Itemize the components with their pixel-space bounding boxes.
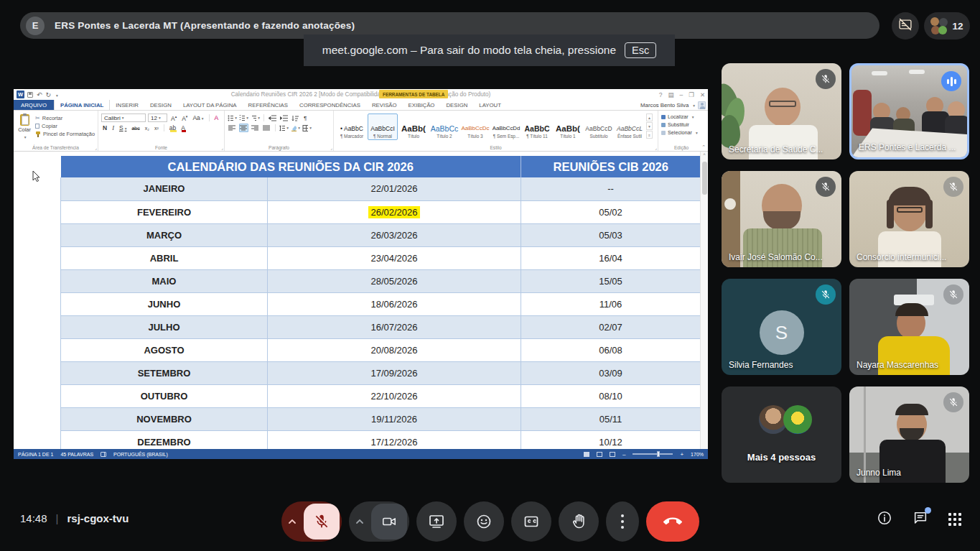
document-page[interactable]: CALENDÁRIO DAS REUNIÕES DA CIR 2026 REUN… [14, 152, 708, 449]
zoom-out-button[interactable]: – [622, 451, 625, 458]
bullet-list-button[interactable] [228, 114, 237, 122]
align-center-button[interactable] [239, 124, 248, 132]
participant-tile[interactable]: Junno Lima [849, 386, 969, 483]
highlight-color-button[interactable]: ab [168, 124, 177, 131]
minimize-button[interactable]: – [680, 91, 683, 98]
read-mode-button[interactable] [584, 452, 589, 457]
web-layout-button[interactable] [610, 452, 615, 457]
styles-scroll-down[interactable]: ▼ [646, 122, 653, 130]
styles-dialog-launcher[interactable]: ⌟ [655, 146, 657, 150]
numbered-list-button[interactable] [239, 114, 248, 122]
meeting-details-button[interactable] [877, 510, 892, 529]
replace-button[interactable]: Substituir [661, 121, 701, 129]
style-sem-espacamento[interactable]: AaBbCcDd¶ Sem Esp... [491, 114, 521, 140]
account-menu[interactable]: Marcos Bento Silva [640, 100, 708, 110]
italic-button[interactable]: I [111, 124, 116, 131]
tab-table-design[interactable]: DESIGN [440, 100, 473, 110]
style-titulo-11[interactable]: AaBbC¶ Título 11 [522, 114, 552, 140]
participant-tile[interactable]: Consórcio intermunici... [849, 171, 969, 267]
bold-button[interactable]: N [101, 124, 108, 131]
tab-inserir[interactable]: INSERIR [110, 100, 144, 110]
font-size-select[interactable]: 12 [148, 114, 167, 122]
increase-indent-button[interactable] [279, 114, 289, 122]
tab-correspondencias[interactable]: CORRESPONDÊNCIAS [294, 100, 366, 110]
tab-revisao[interactable]: REVISÃO [366, 100, 403, 110]
participant-tile[interactable]: Nayara Mascarenhas [849, 279, 969, 375]
shrink-font-button[interactable]: A▾ [180, 114, 189, 122]
style-enfase-sutil[interactable]: AaBbCcLÊnfase Sutil [615, 114, 645, 140]
align-left-button[interactable] [228, 124, 237, 132]
mic-off-button[interactable] [304, 504, 340, 540]
subscript-button[interactable]: x₂ [144, 126, 151, 131]
style-normal[interactable]: AaBbCcI¶ Normal [368, 114, 398, 140]
camera-options-chevron[interactable] [349, 519, 371, 524]
styles-more-button[interactable]: ≡ [646, 131, 653, 139]
tab-pagina-inicial[interactable]: PÁGINA INICIAL [54, 100, 110, 110]
underline-button[interactable]: S [118, 124, 128, 131]
chat-button[interactable] [913, 510, 928, 529]
styles-scroll-up[interactable]: ▲ [646, 114, 653, 121]
header-cir[interactable]: CALENDÁRIO DAS REUNIÕES DA CIR 2026 [61, 156, 521, 177]
cut-button[interactable]: ✂Recortar [35, 115, 95, 121]
header-cib[interactable]: REUNIÕES CIB 2026 [521, 156, 701, 177]
ribbon-options-button[interactable]: ▤ [668, 91, 673, 98]
camera-button[interactable] [371, 504, 407, 540]
line-spacing-button[interactable] [279, 124, 289, 132]
clipboard-dialog-launcher[interactable]: ⌟ [95, 146, 97, 150]
close-button[interactable]: ✕ [700, 91, 705, 98]
overflow-tile[interactable]: Mais 4 pessoas [722, 386, 841, 483]
show-paragraph-marks-button[interactable]: ¶ [302, 115, 308, 121]
print-layout-button[interactable] [597, 452, 602, 457]
undo-button[interactable]: ↶ [37, 91, 42, 98]
change-case-button[interactable]: Aa [191, 114, 205, 121]
activities-button[interactable] [948, 513, 961, 526]
participant-tile[interactable]: S Silvia Fernandes [722, 279, 841, 375]
tab-referencias[interactable]: REFERÊNCIAS [243, 100, 294, 110]
font-family-select[interactable]: Calibri [101, 114, 146, 122]
multilevel-list-button[interactable] [251, 114, 260, 122]
paragraph-dialog-launcher[interactable]: ⌟ [330, 146, 332, 150]
save-icon[interactable] [27, 92, 33, 98]
decrease-indent-button[interactable] [268, 114, 277, 122]
clear-formatting-button[interactable]: A [213, 114, 220, 121]
page-indicator[interactable]: PÁGINA 1 DE 1 [18, 452, 53, 457]
restore-button[interactable]: ❐ [689, 91, 694, 98]
copy-button[interactable]: Copiar [35, 123, 95, 129]
style-subtitulo[interactable]: AaBbCcDSubtítulo [584, 114, 614, 140]
language-indicator[interactable]: PORTUGUÊS (BRASIL) [113, 452, 168, 457]
tab-arquivo[interactable]: ARQUIVO [14, 100, 54, 110]
participant-tile-speaking[interactable]: ERS Pontes e Lacerda ... [849, 63, 969, 159]
help-button[interactable]: ? [659, 91, 663, 98]
zoom-level[interactable]: 170% [691, 452, 704, 457]
tab-exibicao[interactable]: EXIBIÇÃO [403, 100, 441, 110]
format-painter-button[interactable]: Pincel de Formatação [35, 131, 95, 137]
style-titulo-2[interactable]: AaBbCcTítulo 2 [429, 114, 459, 140]
participants-button[interactable]: 12 [924, 12, 970, 40]
quick-access-dropdown[interactable] [55, 91, 58, 98]
word-count[interactable]: 45 PALAVRAS [60, 452, 93, 457]
sort-button[interactable] [291, 114, 300, 122]
style-marcador[interactable]: • AaBbC¶ Marcador [337, 114, 367, 140]
font-color-button[interactable]: A [179, 124, 187, 131]
raise-hand-button[interactable] [559, 501, 599, 542]
style-titulo-3[interactable]: AaBbCcDcTítulo 3 [460, 114, 490, 140]
shading-button[interactable] [291, 124, 300, 132]
redo-button[interactable]: ↻ [46, 91, 52, 98]
participant-tile[interactable]: Ivair José Salomão Co... [722, 171, 841, 267]
justify-button[interactable] [262, 124, 271, 132]
strikethrough-button[interactable]: abc [130, 126, 141, 131]
captions-button[interactable] [511, 501, 551, 542]
select-button[interactable]: Selecionar [661, 129, 701, 136]
tab-table-layout[interactable]: LAYOUT [473, 100, 507, 110]
grow-font-button[interactable]: A▴ [169, 114, 178, 122]
borders-button[interactable] [302, 124, 312, 132]
align-right-button[interactable] [251, 124, 260, 132]
zoom-slider-handle[interactable] [657, 451, 660, 457]
style-titulo-1[interactable]: AaBb(Título 1 [553, 114, 583, 140]
present-button[interactable] [416, 501, 457, 542]
mic-options-chevron[interactable] [281, 519, 304, 524]
zoom-slider[interactable] [633, 453, 673, 455]
end-call-button[interactable] [646, 501, 699, 542]
style-titulo[interactable]: AaBb(Título [398, 114, 429, 140]
tab-layout-da-pagina[interactable]: LAYOUT DA PÁGINA [177, 100, 243, 110]
